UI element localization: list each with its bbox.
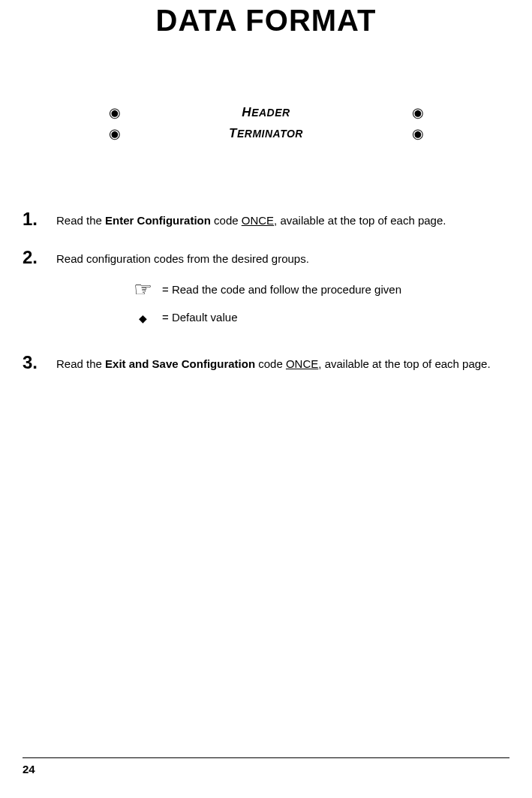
step-1: 1. Read the Enter Configuration code ONC… — [23, 209, 509, 230]
step-body: Read the Exit and Save Configuration cod… — [56, 352, 509, 373]
toc-row-header: ◉ HEADER ◉ — [109, 105, 424, 120]
toc-label: TERMINATOR — [121, 126, 412, 141]
step-number: 3. — [23, 352, 56, 374]
bullet-icon: ◉ — [109, 106, 121, 119]
page-number: 24 — [23, 763, 509, 775]
bullet-icon: ◉ — [412, 106, 424, 119]
legend-diamond: ◆ = Default value — [128, 309, 509, 327]
step-body: Read configuration codes from the desire… — [56, 247, 509, 336]
legend-text: = Read the code and follow the procedure… — [162, 282, 401, 299]
page-footer: 24 — [23, 757, 509, 775]
footer-rule — [23, 757, 509, 758]
bullet-icon: ◉ — [412, 127, 424, 140]
toc-row-terminator: ◉ TERMINATOR ◉ — [109, 126, 424, 141]
instructions: 1. Read the Enter Configuration code ONC… — [23, 209, 509, 374]
legend-hand: ☞ = Read the code and follow the procedu… — [128, 279, 509, 300]
legend-text: = Default value — [162, 309, 237, 327]
page-title: DATA FORMAT — [23, 4, 509, 38]
legend: ☞ = Read the code and follow the procedu… — [128, 279, 509, 327]
diamond-icon: ◆ — [128, 313, 158, 324]
bullet-icon: ◉ — [109, 127, 121, 140]
step-number: 2. — [23, 247, 56, 269]
toc-label: HEADER — [121, 105, 412, 120]
step-body: Read the Enter Configuration code ONCE, … — [56, 209, 509, 230]
toc-section: ◉ HEADER ◉ ◉ TERMINATOR ◉ — [109, 105, 424, 141]
step-number: 1. — [23, 209, 56, 230]
step-2: 2. Read configuration codes from the des… — [23, 247, 509, 336]
pointing-hand-icon: ☞ — [128, 279, 158, 300]
step-3: 3. Read the Exit and Save Configuration … — [23, 352, 509, 374]
